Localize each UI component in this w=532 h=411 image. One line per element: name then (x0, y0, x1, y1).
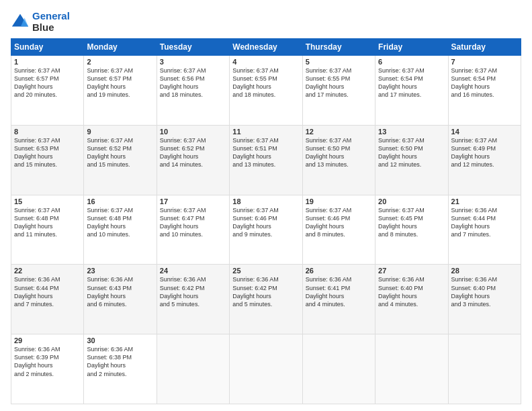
day-number: 13 (378, 128, 445, 136)
calendar-cell: 11 Sunrise: 6:37 AM Sunset: 6:51 PM Dayl… (230, 125, 302, 195)
calendar-cell: 17 Sunrise: 6:37 AM Sunset: 6:47 PM Dayl… (157, 195, 229, 265)
day-number: 30 (87, 336, 153, 345)
day-number: 3 (160, 58, 226, 66)
cell-content: Sunrise: 6:37 AM Sunset: 6:47 PM Dayligh… (160, 206, 226, 239)
day-number: 23 (87, 267, 153, 275)
calendar-cell: 2 Sunrise: 6:37 AM Sunset: 6:57 PM Dayli… (84, 56, 157, 126)
calendar-cell: 9 Sunrise: 6:37 AM Sunset: 6:52 PM Dayli… (84, 125, 157, 195)
day-number: 11 (232, 128, 299, 136)
calendar-header-sunday: Sunday (11, 39, 84, 56)
calendar-cell: 24 Sunrise: 6:36 AM Sunset: 6:42 PM Dayl… (157, 265, 229, 334)
calendar-cell (157, 334, 229, 404)
day-number: 20 (378, 197, 445, 205)
calendar-header-saturday: Saturday (448, 39, 521, 56)
calendar-cell: 29 Sunrise: 6:36 AM Sunset: 6:39 PM Dayl… (11, 334, 84, 404)
calendar-cell: 6 Sunrise: 6:37 AM Sunset: 6:54 PM Dayli… (375, 56, 448, 126)
day-number: 15 (14, 197, 81, 205)
calendar-cell: 22 Sunrise: 6:36 AM Sunset: 6:44 PM Dayl… (11, 265, 84, 334)
day-number: 26 (306, 267, 372, 275)
calendar-cell: 5 Sunrise: 6:37 AM Sunset: 6:55 PM Dayli… (302, 56, 375, 126)
cell-content: Sunrise: 6:37 AM Sunset: 6:48 PM Dayligh… (14, 206, 81, 239)
cell-content: Sunrise: 6:37 AM Sunset: 6:54 PM Dayligh… (451, 66, 518, 99)
cell-content: Sunrise: 6:36 AM Sunset: 6:41 PM Dayligh… (306, 275, 372, 308)
cell-content: Sunrise: 6:37 AM Sunset: 6:46 PM Dayligh… (232, 206, 299, 239)
calendar-header-thursday: Thursday (302, 39, 375, 56)
logo-text: General Blue (32, 11, 70, 33)
calendar-body: 1 Sunrise: 6:37 AM Sunset: 6:57 PM Dayli… (11, 56, 521, 404)
cell-content: Sunrise: 6:37 AM Sunset: 6:51 PM Dayligh… (232, 136, 299, 169)
day-number: 4 (232, 58, 299, 66)
calendar-header-row: SundayMondayTuesdayWednesdayThursdayFrid… (11, 39, 521, 56)
calendar-cell: 18 Sunrise: 6:37 AM Sunset: 6:46 PM Dayl… (230, 195, 302, 265)
cell-content: Sunrise: 6:36 AM Sunset: 6:44 PM Dayligh… (14, 275, 81, 308)
day-number: 22 (14, 267, 81, 275)
calendar-cell: 8 Sunrise: 6:37 AM Sunset: 6:53 PM Dayli… (11, 125, 84, 195)
calendar-cell: 30 Sunrise: 6:36 AM Sunset: 6:38 PM Dayl… (84, 334, 157, 404)
calendar-cell: 10 Sunrise: 6:37 AM Sunset: 6:52 PM Dayl… (157, 125, 229, 195)
cell-content: Sunrise: 6:37 AM Sunset: 6:49 PM Dayligh… (451, 136, 518, 169)
calendar-cell: 1 Sunrise: 6:37 AM Sunset: 6:57 PM Dayli… (11, 56, 84, 126)
day-number: 10 (160, 128, 226, 136)
calendar-week-row: 15 Sunrise: 6:37 AM Sunset: 6:48 PM Dayl… (11, 195, 521, 265)
calendar-cell (230, 334, 302, 404)
day-number: 25 (232, 267, 299, 275)
calendar-header-monday: Monday (84, 39, 157, 56)
calendar-header-tuesday: Tuesday (157, 39, 229, 56)
cell-content: Sunrise: 6:37 AM Sunset: 6:55 PM Dayligh… (232, 66, 299, 99)
cell-content: Sunrise: 6:37 AM Sunset: 6:54 PM Dayligh… (378, 66, 445, 99)
calendar-cell: 25 Sunrise: 6:36 AM Sunset: 6:42 PM Dayl… (230, 265, 302, 334)
day-number: 21 (451, 197, 518, 205)
cell-content: Sunrise: 6:37 AM Sunset: 6:48 PM Dayligh… (87, 206, 153, 239)
cell-content: Sunrise: 6:37 AM Sunset: 6:46 PM Dayligh… (306, 206, 372, 239)
calendar-cell: 21 Sunrise: 6:36 AM Sunset: 6:44 PM Dayl… (448, 195, 521, 265)
cell-content: Sunrise: 6:37 AM Sunset: 6:57 PM Dayligh… (87, 66, 153, 99)
cell-content: Sunrise: 6:37 AM Sunset: 6:55 PM Dayligh… (306, 66, 372, 99)
calendar-cell: 27 Sunrise: 6:36 AM Sunset: 6:40 PM Dayl… (375, 265, 448, 334)
calendar-cell: 20 Sunrise: 6:37 AM Sunset: 6:45 PM Dayl… (375, 195, 448, 265)
calendar-cell: 14 Sunrise: 6:37 AM Sunset: 6:49 PM Dayl… (448, 125, 521, 195)
cell-content: Sunrise: 6:36 AM Sunset: 6:42 PM Dayligh… (232, 275, 299, 308)
calendar-header-friday: Friday (375, 39, 448, 56)
day-number: 24 (160, 267, 226, 275)
cell-content: Sunrise: 6:36 AM Sunset: 6:40 PM Dayligh… (378, 275, 445, 308)
day-number: 17 (160, 197, 226, 205)
day-number: 9 (87, 128, 153, 136)
day-number: 7 (451, 58, 518, 66)
calendar-week-row: 8 Sunrise: 6:37 AM Sunset: 6:53 PM Dayli… (11, 125, 521, 195)
calendar-cell: 28 Sunrise: 6:36 AM Sunset: 6:40 PM Dayl… (448, 265, 521, 334)
day-number: 8 (14, 128, 81, 136)
cell-content: Sunrise: 6:37 AM Sunset: 6:50 PM Dayligh… (306, 136, 372, 169)
calendar-cell: 15 Sunrise: 6:37 AM Sunset: 6:48 PM Dayl… (11, 195, 84, 265)
cell-content: Sunrise: 6:36 AM Sunset: 6:43 PM Dayligh… (87, 275, 153, 308)
calendar-week-row: 1 Sunrise: 6:37 AM Sunset: 6:57 PM Dayli… (11, 56, 521, 126)
cell-content: Sunrise: 6:37 AM Sunset: 6:45 PM Dayligh… (378, 206, 445, 239)
day-number: 6 (378, 58, 445, 66)
day-number: 29 (14, 336, 81, 345)
calendar-cell (375, 334, 448, 404)
calendar-cell: 19 Sunrise: 6:37 AM Sunset: 6:46 PM Dayl… (302, 195, 375, 265)
day-number: 19 (306, 197, 372, 205)
calendar-cell: 7 Sunrise: 6:37 AM Sunset: 6:54 PM Dayli… (448, 56, 521, 126)
calendar-week-row: 29 Sunrise: 6:36 AM Sunset: 6:39 PM Dayl… (11, 334, 521, 404)
calendar-week-row: 22 Sunrise: 6:36 AM Sunset: 6:44 PM Dayl… (11, 265, 521, 334)
cell-content: Sunrise: 6:36 AM Sunset: 6:38 PM Dayligh… (87, 345, 153, 378)
cell-content: Sunrise: 6:36 AM Sunset: 6:44 PM Dayligh… (451, 206, 518, 239)
cell-content: Sunrise: 6:37 AM Sunset: 6:53 PM Dayligh… (14, 136, 81, 169)
header: General Blue (11, 11, 521, 33)
calendar-cell: 3 Sunrise: 6:37 AM Sunset: 6:56 PM Dayli… (157, 56, 229, 126)
day-number: 1 (14, 58, 81, 66)
cell-content: Sunrise: 6:37 AM Sunset: 6:57 PM Dayligh… (14, 66, 81, 99)
day-number: 27 (378, 267, 445, 275)
calendar-cell: 4 Sunrise: 6:37 AM Sunset: 6:55 PM Dayli… (230, 56, 302, 126)
calendar-cell: 26 Sunrise: 6:36 AM Sunset: 6:41 PM Dayl… (302, 265, 375, 334)
calendar-cell: 23 Sunrise: 6:36 AM Sunset: 6:43 PM Dayl… (84, 265, 157, 334)
cell-content: Sunrise: 6:36 AM Sunset: 6:40 PM Dayligh… (451, 275, 518, 308)
day-number: 14 (451, 128, 518, 136)
cell-content: Sunrise: 6:37 AM Sunset: 6:52 PM Dayligh… (160, 136, 226, 169)
day-number: 28 (451, 267, 518, 275)
calendar-cell (448, 334, 521, 404)
day-number: 16 (87, 197, 153, 205)
cell-content: Sunrise: 6:36 AM Sunset: 6:42 PM Dayligh… (160, 275, 226, 308)
calendar-cell: 12 Sunrise: 6:37 AM Sunset: 6:50 PM Dayl… (302, 125, 375, 195)
calendar-header-wednesday: Wednesday (230, 39, 302, 56)
